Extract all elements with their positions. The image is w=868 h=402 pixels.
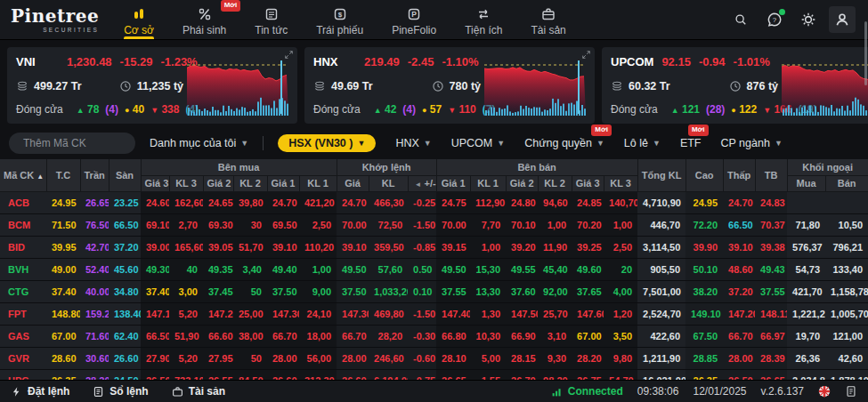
price-cell[interactable]: 37.65 bbox=[572, 280, 604, 302]
tab-etf[interactable]: ETFMới bbox=[680, 137, 702, 149]
price-cell[interactable]: 69.30 bbox=[203, 213, 233, 236]
tab-hnx[interactable]: HNX▼ bbox=[395, 137, 431, 149]
price-cell[interactable]: 37.50 bbox=[337, 280, 369, 302]
price-cell[interactable]: 39.20 bbox=[506, 236, 538, 258]
price-cell[interactable]: 39.10 bbox=[337, 236, 369, 258]
scrollbar-thumb[interactable] bbox=[864, 21, 867, 85]
symbol-cell[interactable]: FPT bbox=[0, 302, 46, 325]
expand-icon[interactable] bbox=[581, 50, 591, 60]
nav-item-co-so[interactable]: Cơ sở bbox=[122, 0, 156, 39]
price-cell[interactable]: 24.80 bbox=[506, 191, 538, 213]
price-cell[interactable]: 28.15 bbox=[506, 347, 538, 369]
symbol-cell[interactable]: GAS bbox=[0, 325, 46, 347]
price-cell[interactable]: 147.50 bbox=[506, 302, 538, 325]
symbol-cell[interactable]: GVR bbox=[0, 347, 46, 369]
price-cell[interactable]: 28.10 bbox=[436, 347, 470, 369]
language-flag-icon[interactable] bbox=[818, 385, 831, 398]
price-cell[interactable]: 39.25 bbox=[572, 236, 604, 258]
price-cell[interactable]: 24.70 bbox=[267, 191, 299, 213]
tab-chung-quyen[interactable]: Chứng quyền▼Mới bbox=[524, 137, 604, 149]
price-cell[interactable]: 39.10 bbox=[267, 236, 299, 258]
tab-hsx-vn30[interactable]: HSX (VN30 )▼ bbox=[278, 134, 376, 152]
price-cell[interactable]: 66.70 bbox=[337, 325, 369, 347]
price-cell[interactable]: 37.40 bbox=[141, 280, 169, 302]
price-cell[interactable]: 66.70 bbox=[267, 325, 299, 347]
price-cell[interactable]: 147.60 bbox=[572, 302, 604, 325]
price-cell[interactable]: 66.60 bbox=[203, 325, 233, 347]
nav-item-pinefolio[interactable]: PPineFolio bbox=[390, 0, 438, 39]
price-cell[interactable]: 49.30 bbox=[141, 258, 169, 280]
symbol-search-input[interactable] bbox=[23, 137, 126, 149]
price-cell[interactable]: 49.50 bbox=[436, 258, 470, 280]
price-cell[interactable]: 37.45 bbox=[203, 280, 233, 302]
price-cell[interactable]: 37.50 bbox=[267, 280, 299, 302]
price-cell[interactable]: 147.10 bbox=[141, 302, 169, 325]
price-cell[interactable]: 67.00 bbox=[572, 325, 604, 347]
price-cell[interactable]: 28.00 bbox=[267, 347, 299, 369]
price-cell[interactable]: 66.50 bbox=[141, 325, 169, 347]
price-cell[interactable]: 28.00 bbox=[337, 347, 369, 369]
expand-icon[interactable] bbox=[284, 50, 294, 60]
nav-item-tai-san[interactable]: Tài sản bbox=[529, 0, 567, 39]
price-cell[interactable]: 24.60 bbox=[141, 191, 169, 213]
price-cell[interactable]: 49.60 bbox=[572, 258, 604, 280]
symbol-cell[interactable]: BVH bbox=[0, 258, 46, 280]
index-card-hnx[interactable]: HNX 219.49 -2.45 -1.10% 49.69 Tr 780 tỷ … bbox=[304, 47, 595, 124]
price-cell[interactable]: 70.00 bbox=[436, 213, 470, 236]
price-cell[interactable]: 147.40 bbox=[436, 302, 470, 325]
price-cell[interactable]: 49.50 bbox=[337, 258, 369, 280]
price-cell[interactable]: 49.35 bbox=[203, 258, 233, 280]
tab-upcom[interactable]: UPCOM▼ bbox=[451, 137, 505, 149]
price-cell[interactable]: 39.00 bbox=[141, 236, 169, 258]
price-cell[interactable]: 37.60 bbox=[506, 280, 538, 302]
price-cell[interactable]: 147.30 bbox=[267, 302, 299, 325]
price-cell[interactable]: 147.30 bbox=[337, 302, 369, 325]
price-cell[interactable]: 28.20 bbox=[572, 347, 604, 369]
nav-item-phai-sinh[interactable]: Phái sinhMới bbox=[181, 0, 228, 39]
footer-button-so-lenh[interactable]: Sổ lệnh bbox=[93, 385, 148, 398]
document-icon[interactable] bbox=[845, 385, 857, 398]
price-cell[interactable]: 69.50 bbox=[267, 213, 299, 236]
index-card-vni[interactable]: VNI 1,230.48 -15.29 -1.23% 499.27 Tr 11,… bbox=[7, 47, 297, 124]
price-cell[interactable]: 70.10 bbox=[506, 213, 538, 236]
price-cell[interactable]: 39.05 bbox=[203, 236, 233, 258]
price-cell[interactable]: 27.90 bbox=[141, 347, 169, 369]
price-cell[interactable]: 27.95 bbox=[203, 347, 233, 369]
tab-cp-nganh[interactable]: CP ngành▼ bbox=[721, 137, 783, 149]
footer-button-đat-lenh[interactable]: Đặt lệnh bbox=[11, 385, 69, 398]
price-cell[interactable]: 49.40 bbox=[267, 258, 299, 280]
price-cell[interactable]: 24.85 bbox=[572, 191, 604, 213]
price-cell[interactable]: 147.20 bbox=[203, 302, 233, 325]
page-left-icon[interactable]: ◄ bbox=[412, 181, 425, 189]
nav-item-tin-tuc[interactable]: Tin tức bbox=[253, 0, 289, 39]
footer-button-tai-san[interactable]: Tài sản bbox=[172, 385, 225, 398]
page-scrollbar[interactable] bbox=[864, 0, 868, 402]
help-icon[interactable]: ? bbox=[761, 6, 788, 33]
price-cell[interactable]: 49.55 bbox=[506, 258, 538, 280]
symbol-cell[interactable]: BID bbox=[0, 236, 46, 258]
symbol-search[interactable] bbox=[9, 133, 135, 154]
price-cell[interactable]: 39.15 bbox=[436, 236, 470, 258]
price-cell: 3,50 bbox=[604, 325, 637, 347]
search-icon[interactable] bbox=[727, 6, 754, 33]
theme-icon[interactable] bbox=[795, 6, 822, 33]
index-card-upcom[interactable]: UPCOM 92.15 -0.94 -1.01% 60.32 Tr 876 tỷ… bbox=[602, 47, 868, 124]
symbol-cell[interactable]: ACB bbox=[0, 191, 46, 213]
price-cell[interactable]: 24.65 bbox=[203, 191, 233, 213]
nav-item-tien-ich[interactable]: Tiện ích bbox=[463, 0, 504, 39]
price-cell[interactable]: 24.70 bbox=[337, 191, 369, 213]
user-icon[interactable] bbox=[829, 6, 856, 33]
price-cell[interactable]: 37.55 bbox=[436, 280, 470, 302]
tab-lo-le[interactable]: Lô lẻ▼ bbox=[624, 137, 661, 149]
price-cell[interactable]: 69.10 bbox=[141, 213, 169, 236]
price-cell[interactable]: 24.75 bbox=[436, 191, 470, 213]
col-header-symbol[interactable]: Mã CK ▲ bbox=[0, 159, 46, 191]
price-cell[interactable]: 70.00 bbox=[337, 213, 369, 236]
symbol-cell[interactable]: BCM bbox=[0, 213, 46, 236]
nav-item-trai-phieu[interactable]: $Trái phiếu bbox=[314, 0, 365, 39]
symbol-cell[interactable]: CTG bbox=[0, 280, 46, 302]
my-watchlist-dropdown[interactable]: Danh mục của tôi ▼ bbox=[150, 137, 248, 149]
price-cell[interactable]: 70.20 bbox=[572, 213, 604, 236]
price-cell[interactable]: 66.90 bbox=[506, 325, 538, 347]
price-cell[interactable]: 66.80 bbox=[436, 325, 470, 347]
